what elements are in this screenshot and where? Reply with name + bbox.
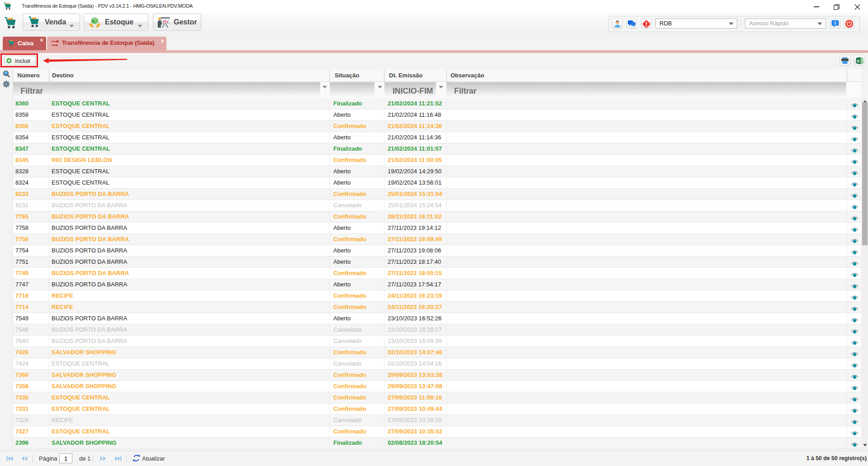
svg-text:X: X (857, 58, 860, 63)
